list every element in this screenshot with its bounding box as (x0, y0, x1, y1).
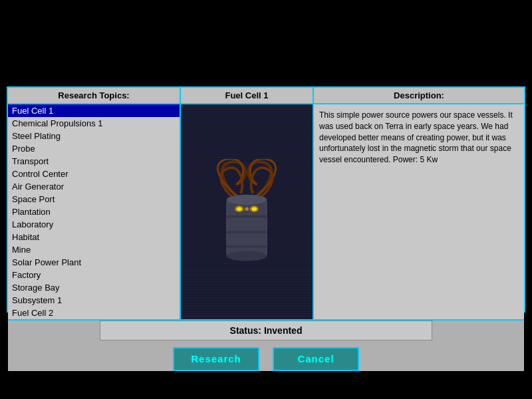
description-text[interactable]: This simple power source powers our spac… (314, 104, 524, 319)
list-item[interactable]: Storage Bay (8, 281, 180, 294)
svg-point-2 (227, 251, 267, 261)
list-item[interactable]: Probe (8, 142, 180, 155)
list-item[interactable]: Subsystem 1 (8, 294, 180, 307)
list-item[interactable]: Steel Plating (8, 130, 180, 142)
right-panel: Description: This simple power source po… (314, 88, 524, 319)
cancel-button[interactable]: Cancel (273, 347, 359, 371)
list-item[interactable]: Space Port (8, 193, 180, 205)
svg-point-9 (252, 207, 257, 211)
svg-point-10 (245, 207, 249, 211)
item-image-area (181, 104, 313, 319)
list-item[interactable]: Plantation (8, 205, 180, 218)
svg-rect-5 (227, 245, 267, 247)
svg-rect-3 (227, 215, 267, 217)
svg-rect-4 (227, 231, 267, 233)
list-item[interactable]: Air Generator (8, 180, 180, 193)
middle-panel: Fuel Cell 1 (181, 88, 314, 319)
list-item[interactable]: Mine (8, 243, 180, 256)
list-item[interactable]: Fuel Cell 1 (8, 104, 180, 117)
list-item[interactable]: Control Center (8, 168, 180, 180)
list-item[interactable]: Chemical Propulsions 1 (8, 117, 180, 130)
status-bar: Status: Invented (100, 321, 432, 340)
list-item[interactable]: Fuel Cell 2 (8, 307, 180, 319)
svg-point-1 (227, 194, 267, 204)
topics-list-container: Fuel Cell 1Chemical Propulsions 1Steel P… (8, 104, 180, 319)
svg-point-7 (237, 207, 242, 211)
bottom-section: Status: Invented Research Cancel (8, 321, 524, 371)
description-header: Description: (314, 88, 524, 104)
research-button[interactable]: Research (173, 347, 259, 371)
list-item[interactable]: Factory (8, 269, 180, 281)
topics-header: Research Topics: (8, 88, 180, 104)
top-section: Research Topics: Fuel Cell 1Chemical Pro… (8, 88, 524, 321)
item-name-header: Fuel Cell 1 (181, 88, 313, 104)
fuel-cell-image (200, 159, 293, 265)
button-row: Research Cancel (173, 347, 359, 371)
list-item[interactable]: Laboratory (8, 218, 180, 231)
list-item[interactable]: Solar Power Plant (8, 256, 180, 269)
left-panel: Research Topics: Fuel Cell 1Chemical Pro… (8, 88, 181, 319)
list-item[interactable]: Habitat (8, 231, 180, 243)
research-dialog: Research Topics: Fuel Cell 1Chemical Pro… (7, 86, 525, 313)
list-item[interactable]: Transport (8, 155, 180, 168)
topics-list[interactable]: Fuel Cell 1Chemical Propulsions 1Steel P… (8, 104, 180, 319)
